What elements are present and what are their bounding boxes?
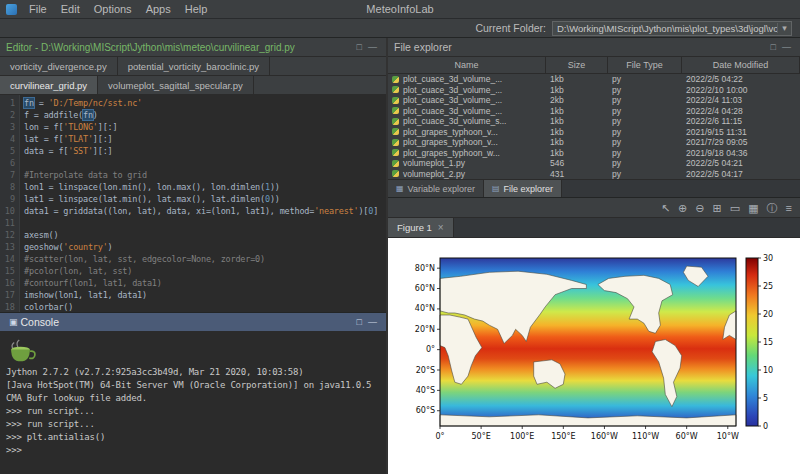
data-table-icon[interactable]: ▦ (748, 198, 758, 218)
line-number: 17 (0, 289, 15, 301)
file-explorer-title: File explorer (394, 41, 452, 53)
column-header-size[interactable]: Size (546, 57, 608, 73)
file-name-text: volumeplot_1.py (403, 158, 465, 168)
svg-text:100°E: 100°E (510, 432, 534, 441)
console-line: CMA Bufr lookup file added. (6, 392, 380, 405)
current-folder-label: Current Folder: (475, 22, 546, 34)
full-extent-icon[interactable]: ▭ (730, 198, 740, 218)
table-row[interactable]: plot_cuace_3d_volume_...1kbpy2022/2/4 04… (388, 106, 800, 117)
table-row[interactable]: plot_grapes_typhoon_v...1kbpy2021/9/15 1… (388, 127, 800, 138)
console-panel: ▣ Console □ — Jython 2.7.2 (v2.7.2:925a3… (0, 313, 386, 474)
file-date-cell: 2022/2/6 11:15 (682, 116, 800, 126)
pan-icon[interactable]: ⊞ (713, 198, 722, 218)
column-header-name[interactable]: Name (388, 57, 546, 73)
editor-minimize-icon[interactable]: — (365, 42, 380, 52)
map-figure-svg: 0°50°E100°E150°E160°W110°W60°W10°W80°N60… (394, 244, 794, 469)
editor-tab-potential-vorticity-baroclinic-py[interactable]: potential_vorticity_baroclinic.py (118, 57, 270, 75)
settings-icon[interactable]: ≡ (786, 198, 792, 218)
code-token-hl: fn (83, 110, 93, 120)
python-file-icon (392, 160, 399, 167)
editor-float-icon[interactable]: □ (354, 42, 365, 52)
folder-bar: Current Folder: D:\Working\MIScript\Jyth… (0, 19, 800, 38)
zoom-in-icon[interactable]: ⊕ (678, 198, 687, 218)
combo-dropdown-icon[interactable]: ▾ (777, 23, 791, 33)
figures-panel: ↖⊕⊖⊞▭▦ⓘ≡ Figure 1 × 0°50°E100°E150°E160°… (388, 198, 800, 474)
table-row[interactable]: volumeplot_2.py431py2022/2/5 04:17 (388, 169, 800, 180)
code-line: geoshow('country') (24, 241, 386, 253)
line-number: 1 (0, 97, 15, 109)
figure-tab-close-icon[interactable]: × (438, 222, 444, 233)
file-name-text: plot_cuace_3d_volume_... (403, 74, 502, 84)
bottom-tab-variable-explorer[interactable]: ▦Variable explorer (388, 180, 484, 197)
file-name-text: plot_grapes_typhoon_w... (403, 148, 500, 158)
svg-text:20°S: 20°S (416, 365, 435, 374)
table-row[interactable]: plot_grapes_typhoon_w...1kbpy2021/9/18 0… (388, 148, 800, 159)
file-table: Name Size File Type Date Modified plot_c… (388, 57, 800, 179)
console-line: >>> run script... (6, 418, 380, 431)
code-line: lon1 = linspace(lon.min(), lon.max(), lo… (24, 181, 386, 193)
menu-item-edit[interactable]: Edit (54, 0, 87, 19)
file-type-cell: py (608, 169, 682, 179)
console-float-icon[interactable]: □ (354, 317, 365, 327)
table-row[interactable]: plot_cuace_3d_volume_...1kbpy2022/2/5 04… (388, 74, 800, 85)
figure-canvas[interactable]: 0°50°E100°E150°E160°W110°W60°W10°W80°N60… (388, 238, 800, 474)
code-token-s: 'TLAT' (63, 134, 93, 144)
editor-tab-volumeplot-sagittal-specular-py[interactable]: volumeplot_sagittal_specular.py (98, 76, 254, 94)
table-row[interactable]: plot_cuace_3d_volume_...1kbpy2022/2/10 1… (388, 85, 800, 96)
file-name-cell: plot_grapes_typhoon_w... (388, 148, 546, 158)
file-name-cell: plot_grapes_typhoon_v... (388, 137, 546, 147)
variable-explorer-icon: ▦ (396, 184, 404, 193)
code-editor[interactable]: 123456789101112131415161718 fn = 'D:/Tem… (0, 95, 386, 312)
current-folder-combo[interactable]: D:\Working\MIScript\Jython\mis\plot_type… (552, 21, 792, 36)
column-header-date-modified[interactable]: Date Modified (682, 57, 800, 73)
file-date-cell: 2022/2/4 11:03 (682, 95, 800, 105)
bottom-tab-file-explorer[interactable]: ▤File explorer (484, 180, 562, 197)
zoom-out-icon[interactable]: ⊖ (695, 198, 704, 218)
editor-tab-vorticity-divergence-py[interactable]: vorticity_divergence.py (0, 57, 118, 75)
code-lines[interactable]: fn = 'D:/Temp/nc/sst.nc'f = addfile(fn)l… (20, 95, 386, 312)
console-minimize-icon[interactable]: — (365, 317, 380, 327)
table-row[interactable]: plot_grapes_typhoon_v...1kbpy2021/7/29 0… (388, 137, 800, 148)
select-icon[interactable]: ↖ (661, 198, 670, 218)
console-lines: Jython 2.7.2 (v2.7.2:925a3cc3b49d, Mar 2… (6, 366, 380, 457)
file-explorer-float-icon[interactable]: □ (768, 42, 779, 52)
svg-text:60°W: 60°W (676, 432, 698, 441)
file-type-cell: py (608, 148, 682, 158)
line-number: 15 (0, 265, 15, 277)
editor-tab-curvilinear-grid-py[interactable]: curvilinear_grid.py (0, 76, 98, 94)
file-size-cell: 546 (546, 158, 608, 168)
svg-text:5: 5 (763, 393, 768, 402)
python-file-icon (392, 97, 399, 104)
column-header-file-type[interactable]: File Type (608, 57, 682, 73)
file-size-cell: 1kb (546, 85, 608, 95)
console-icon: ▣ (6, 317, 21, 327)
figure-tab[interactable]: Figure 1 × (388, 218, 454, 237)
code-line: #Interpolate data to grid (24, 169, 386, 181)
console-title: Console (21, 316, 60, 328)
file-explorer-minimize-icon[interactable]: — (779, 42, 794, 52)
svg-text:30: 30 (763, 253, 773, 262)
file-name-cell: plot_cuace_3d_volume_... (388, 74, 546, 84)
file-name-cell: plot_grapes_typhoon_v... (388, 127, 546, 137)
menu-item-apps[interactable]: Apps (139, 0, 178, 19)
table-row[interactable]: volumeplot_1.py546py2022/2/5 04:21 (388, 158, 800, 169)
python-file-icon (392, 76, 399, 83)
file-date-cell: 2021/9/18 04:36 (682, 148, 800, 158)
menu-item-options[interactable]: Options (87, 0, 139, 19)
svg-text:80°N: 80°N (415, 263, 435, 272)
code-line: data = f['SST'][:] (24, 145, 386, 157)
file-name-text: plot_cuace_3d_volume_s... (403, 116, 507, 126)
file-name-text: plot_cuace_3d_volume_... (403, 85, 502, 95)
menu-item-file[interactable]: File (22, 0, 54, 19)
identify-icon[interactable]: ⓘ (767, 198, 778, 218)
menu-item-help[interactable]: Help (178, 0, 215, 19)
console-body[interactable]: Jython 2.7.2 (v2.7.2:925a3cc3b49d, Mar 2… (0, 332, 386, 474)
table-row[interactable]: plot_cuace_3d_volume_s...1kbpy2022/2/6 1… (388, 116, 800, 127)
line-number: 18 (0, 301, 15, 312)
figures-toolbar: ↖⊕⊖⊞▭▦ⓘ≡ (388, 198, 800, 218)
file-name-text: plot_cuace_3d_volume_... (403, 106, 502, 116)
code-token-s: 'nearest' (314, 206, 358, 216)
table-row[interactable]: plot_cuace_3d_volume_...2kbpy2022/2/4 11… (388, 95, 800, 106)
python-file-icon (392, 86, 399, 93)
editor-tab-row-2: curvilinear_grid.pyvolumeplot_sagittal_s… (0, 76, 386, 95)
